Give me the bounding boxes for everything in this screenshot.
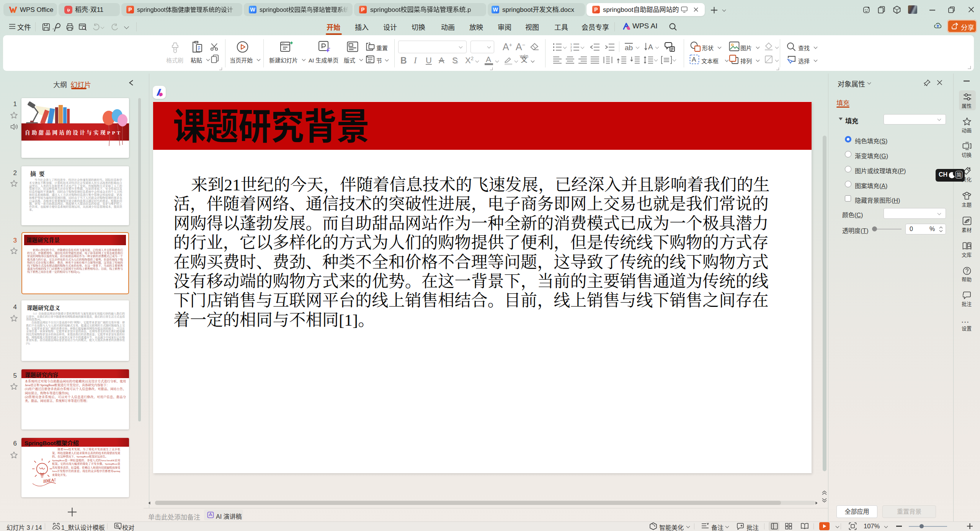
svg-text:A: A <box>692 56 696 63</box>
svg-text:3: 3 <box>570 49 572 51</box>
svg-text:2: 2 <box>570 46 572 49</box>
svg-text:A: A <box>648 43 653 51</box>
svg-text:1: 1 <box>570 43 572 46</box>
svg-text:自助甜品网站的设计与实现PPT: 自助甜品网站的设计与实现PPT <box>25 129 122 136</box>
